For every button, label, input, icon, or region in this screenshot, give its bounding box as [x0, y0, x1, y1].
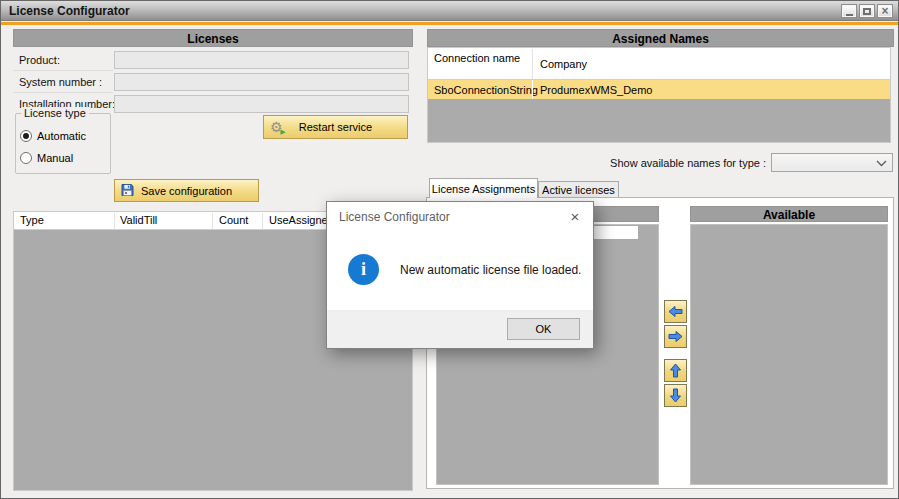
window-controls: ×	[841, 4, 893, 18]
ok-button-label: OK	[536, 323, 552, 335]
close-icon: ×	[571, 208, 580, 225]
column-header-connection-name[interactable]: Connection name	[434, 52, 526, 64]
dialog-message: New automatic license file loaded.	[400, 263, 581, 277]
tab-license-assignments-label: License Assignments	[432, 183, 535, 195]
tab-active-licenses[interactable]: Active licenses	[538, 181, 619, 197]
system-number-field[interactable]	[114, 73, 409, 91]
company-cell: ProdumexWMS_Demo	[532, 84, 652, 96]
arrow-left-icon	[668, 305, 683, 318]
license-type-groupbox: License type Automatic Manual	[15, 113, 111, 174]
product-field[interactable]	[114, 51, 409, 69]
floppy-icon	[121, 183, 134, 198]
chevron-down-icon	[876, 160, 887, 167]
column-header-validtill[interactable]: ValidTill	[120, 214, 208, 226]
column-header-type[interactable]: Type	[20, 214, 112, 226]
app-window: License Configurator × Licenses Product:…	[0, 0, 899, 499]
restart-service-label: Restart service	[299, 121, 372, 133]
product-label: Product:	[19, 54, 60, 66]
radio-manual-icon	[20, 152, 32, 164]
message-dialog: License Configurator × i New automatic l…	[326, 201, 594, 349]
title-bar[interactable]: License Configurator	[1, 1, 898, 21]
move-down-button[interactable]	[664, 384, 687, 407]
connection-name-cell: SboConnectionString	[428, 84, 532, 96]
accent-line	[1, 22, 898, 25]
license-type-label: License type	[21, 107, 89, 119]
show-available-names-label: Show available names for type :	[594, 157, 766, 169]
dialog-title: License Configurator	[339, 210, 450, 224]
installation-number-field[interactable]	[114, 95, 409, 113]
assigned-names-table: Connection name Company SboConnectionStr…	[427, 47, 891, 143]
radio-manual-label: Manual	[37, 152, 73, 164]
names-type-dropdown[interactable]	[771, 153, 893, 172]
info-icon: i	[348, 254, 379, 285]
column-divider	[532, 49, 533, 79]
system-number-label: System number :	[19, 76, 102, 88]
row-separator	[13, 92, 113, 93]
close-icon: ×	[881, 5, 888, 17]
column-header-company[interactable]: Company	[540, 58, 740, 70]
radio-automatic[interactable]: Automatic	[20, 130, 86, 142]
arrow-up-icon	[669, 363, 682, 378]
maximize-icon	[863, 8, 871, 15]
ok-button[interactable]: OK	[507, 318, 580, 340]
dialog-close-button[interactable]: ×	[566, 207, 584, 225]
minimize-icon	[846, 14, 853, 16]
radio-automatic-icon	[20, 130, 32, 142]
window-title: License Configurator	[9, 4, 130, 18]
move-up-button[interactable]	[664, 359, 687, 382]
radio-automatic-label: Automatic	[37, 130, 86, 142]
row-separator	[13, 70, 113, 71]
column-divider	[532, 80, 533, 99]
restart-play-icon: ▶	[280, 129, 285, 136]
close-button[interactable]: ×	[877, 4, 893, 18]
arrow-down-icon	[669, 388, 682, 403]
available-list-body	[690, 224, 888, 485]
column-divider	[212, 213, 213, 229]
move-left-button[interactable]	[664, 300, 687, 323]
tab-license-assignments[interactable]: License Assignments	[429, 178, 538, 198]
assigned-names-table-header: Connection name Company	[428, 48, 890, 80]
save-configuration-button[interactable]: Save configuration	[114, 179, 259, 202]
assigned-names-panel-header: Assigned Names	[427, 29, 894, 47]
column-divider	[262, 213, 263, 229]
gear-icon: ⚙▶	[270, 120, 283, 134]
minimize-button[interactable]	[841, 4, 857, 18]
maximize-button[interactable]	[859, 4, 875, 18]
arrow-right-icon	[668, 330, 683, 343]
dialog-footer: OK	[327, 310, 593, 348]
assigned-name-row[interactable]: SboConnectionString ProdumexWMS_Demo	[428, 80, 890, 99]
save-configuration-label: Save configuration	[141, 185, 232, 197]
available-list-header: Available	[690, 206, 888, 222]
restart-service-button[interactable]: ⚙▶ Restart service	[263, 115, 408, 139]
licenses-panel-header: Licenses	[13, 29, 413, 47]
tab-active-licenses-label: Active licenses	[542, 184, 615, 196]
move-right-button[interactable]	[664, 325, 687, 348]
radio-manual[interactable]: Manual	[20, 152, 73, 164]
column-divider	[114, 213, 115, 229]
column-header-count[interactable]: Count	[219, 214, 259, 226]
